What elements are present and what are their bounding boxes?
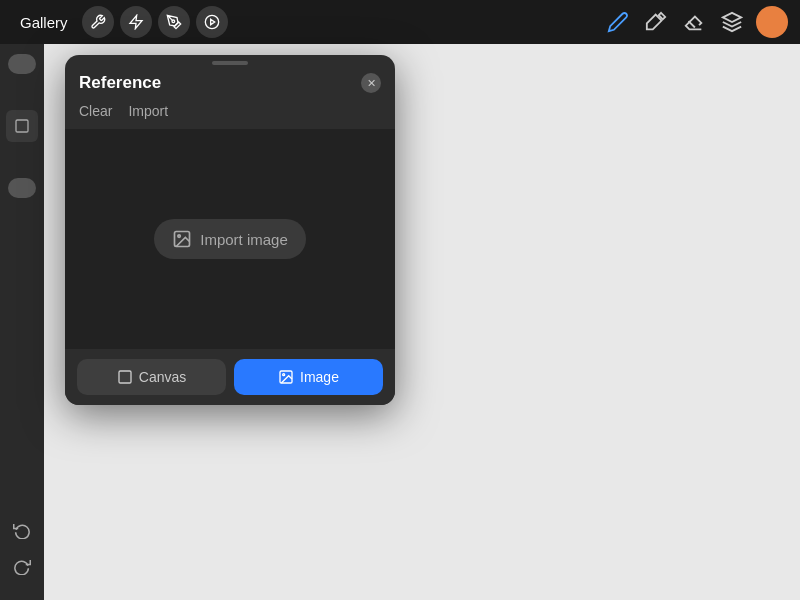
undo-button[interactable] bbox=[8, 516, 36, 544]
brush-tool[interactable] bbox=[6, 110, 38, 142]
image-import-icon bbox=[172, 229, 192, 249]
pen-tool-icon[interactable] bbox=[604, 8, 632, 36]
layers-tool-icon[interactable] bbox=[718, 8, 746, 36]
close-icon: ✕ bbox=[367, 77, 376, 90]
canvas-tab-label: Canvas bbox=[139, 369, 186, 385]
image-tab-label: Image bbox=[300, 369, 339, 385]
left-sidebar bbox=[0, 44, 44, 600]
svg-point-10 bbox=[283, 374, 285, 376]
magic-button[interactable] bbox=[120, 6, 152, 38]
drag-indicator bbox=[212, 61, 248, 65]
avatar-button[interactable] bbox=[756, 6, 788, 38]
svg-point-1 bbox=[172, 20, 175, 23]
dialog-close-button[interactable]: ✕ bbox=[361, 73, 381, 93]
smudge-button[interactable] bbox=[158, 6, 190, 38]
wrench-button[interactable] bbox=[82, 6, 114, 38]
svg-marker-3 bbox=[210, 19, 214, 24]
transform-button[interactable] bbox=[196, 6, 228, 38]
drag-handle[interactable] bbox=[65, 55, 395, 67]
svg-point-2 bbox=[205, 15, 218, 28]
brush-size-slider[interactable] bbox=[8, 54, 36, 74]
image-tab-button[interactable]: Image bbox=[234, 359, 383, 395]
import-button[interactable]: Import bbox=[128, 103, 168, 119]
toolbar-left: Gallery bbox=[12, 6, 228, 38]
dialog-actions: Clear Import bbox=[65, 101, 395, 129]
canvas-tab-button[interactable]: Canvas bbox=[77, 359, 226, 395]
opacity-slider[interactable] bbox=[8, 178, 36, 198]
reference-dialog: Reference ✕ Clear Import Import image Ca… bbox=[65, 55, 395, 405]
svg-marker-4 bbox=[723, 13, 741, 22]
import-image-button[interactable]: Import image bbox=[154, 219, 306, 259]
top-toolbar: Gallery bbox=[0, 0, 800, 44]
svg-rect-5 bbox=[16, 120, 28, 132]
dialog-footer: Canvas Image bbox=[65, 349, 395, 405]
toolbar-right bbox=[604, 6, 788, 38]
sidebar-bottom bbox=[8, 516, 36, 590]
dialog-content: Import image bbox=[65, 129, 395, 349]
eraser-tool-icon[interactable] bbox=[680, 8, 708, 36]
gallery-button[interactable]: Gallery bbox=[12, 10, 76, 35]
redo-button[interactable] bbox=[8, 552, 36, 580]
clear-button[interactable]: Clear bbox=[79, 103, 112, 119]
import-image-label: Import image bbox=[200, 231, 288, 248]
eyedropper-tool-icon[interactable] bbox=[642, 8, 670, 36]
svg-point-7 bbox=[178, 235, 181, 238]
svg-marker-0 bbox=[130, 15, 142, 28]
dialog-title: Reference bbox=[79, 73, 161, 93]
svg-rect-8 bbox=[119, 371, 131, 383]
dialog-header: Reference ✕ bbox=[65, 67, 395, 101]
